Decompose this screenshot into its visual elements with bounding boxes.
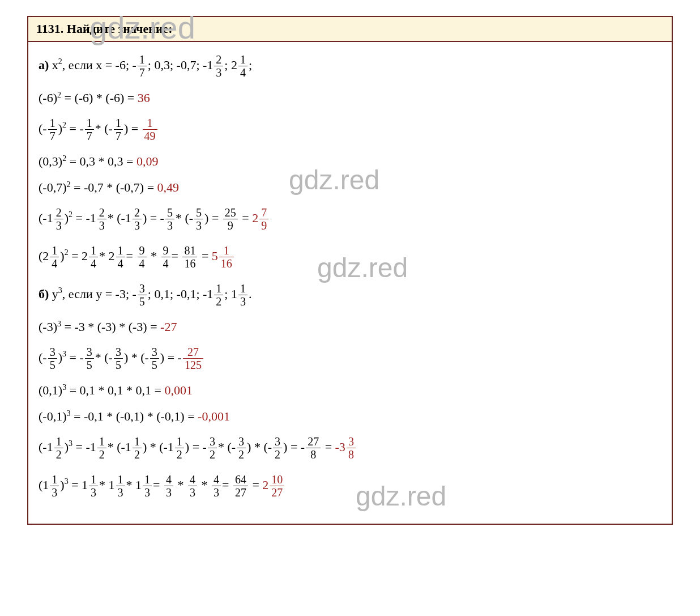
exponent: 3 <box>58 286 62 295</box>
text: ) <box>65 440 69 454</box>
fraction: 32 <box>273 435 282 461</box>
text: * 2 <box>99 249 115 263</box>
text: ) = - <box>185 440 207 454</box>
fraction: 94 <box>161 244 170 270</box>
numerator: 1 <box>143 117 157 130</box>
answer: 0,09 <box>136 155 159 169</box>
text: (- <box>39 350 47 364</box>
numerator: 7 <box>259 206 268 219</box>
text: = <box>249 478 259 492</box>
fraction: 35 <box>85 346 94 371</box>
numerator: 1 <box>116 244 125 257</box>
text: x <box>49 58 58 72</box>
exponent: 3 <box>69 439 72 448</box>
fraction: 53 <box>165 206 174 232</box>
text: * (- <box>176 211 193 225</box>
part-a-label: а) <box>39 58 49 72</box>
fraction: 12 <box>214 282 223 308</box>
numerator: 9 <box>161 244 170 257</box>
fraction: 23 <box>133 206 142 232</box>
numerator: 3 <box>273 435 282 448</box>
text: ) * (- <box>124 350 149 364</box>
numerator: 9 <box>138 244 147 257</box>
text: = <box>239 211 249 225</box>
text: , если y = -3; - <box>62 287 136 301</box>
text: ) <box>60 478 64 492</box>
fraction: 8116 <box>182 244 197 270</box>
denominator: 4 <box>238 66 247 79</box>
numerator: 3 <box>85 346 94 359</box>
text: ) <box>58 350 62 364</box>
denominator: 3 <box>97 219 106 232</box>
denominator: 3 <box>164 486 173 499</box>
answer-int: 2 <box>249 211 259 225</box>
problem-header: 1131. Найдите значение: <box>28 17 672 42</box>
numerator: 1 <box>175 435 184 448</box>
fraction: 12 <box>133 435 142 461</box>
denominator: 2 <box>273 448 282 461</box>
fraction: 12 <box>97 435 106 461</box>
denominator: 7 <box>48 130 57 142</box>
answer: -27 <box>160 320 177 334</box>
exponent: 2 <box>58 57 62 66</box>
numerator: 27 <box>183 346 203 359</box>
text: (-0,1) <box>39 409 66 423</box>
denominator: 2 <box>214 295 223 308</box>
denominator: 3 <box>50 486 59 499</box>
text: ) = - <box>143 211 164 225</box>
exponent: 2 <box>62 121 66 130</box>
denominator: 4 <box>116 257 125 270</box>
fraction: 12 <box>54 435 63 461</box>
text: ) <box>65 211 69 225</box>
text: * (- <box>218 440 236 454</box>
numerator: 3 <box>114 346 123 359</box>
denominator: 3 <box>194 219 203 232</box>
text: = -0,7 * (-0,7) = <box>70 180 157 194</box>
text: * 1 <box>99 478 115 492</box>
numerator: 5 <box>165 206 174 219</box>
denominator: 27 <box>270 486 284 499</box>
answer-int: -3 <box>332 440 345 454</box>
answer: 0,49 <box>157 180 180 194</box>
numerator: 1 <box>97 435 106 448</box>
numerator: 1 <box>138 53 147 66</box>
text: (0,1) <box>39 384 62 398</box>
fraction: 23 <box>97 206 106 232</box>
fraction: 17 <box>114 117 123 142</box>
answer: -0,001 <box>198 409 230 423</box>
fraction: 32 <box>208 435 217 461</box>
text: ) = <box>204 211 222 225</box>
exponent: 2 <box>69 210 72 219</box>
denominator: 4 <box>89 257 98 270</box>
fraction: 13 <box>89 473 98 499</box>
denominator: 2 <box>133 448 142 461</box>
text: ; 0,3; -0,7; -1 <box>148 58 214 72</box>
fraction: 14 <box>89 244 98 270</box>
numerator: 2 <box>97 206 106 219</box>
text: = <box>198 249 208 263</box>
numerator: 1 <box>114 117 123 130</box>
text: * (-1 <box>108 440 131 454</box>
part-b-label: б) <box>39 287 49 301</box>
part-b-prompt: б) y3, если y = -3; -35; 0,1; -0,1; -112… <box>39 282 661 308</box>
numerator: 1 <box>116 473 125 486</box>
text: = -3 * (-3) * (-3) = <box>61 320 160 334</box>
denominator: 27 <box>233 486 248 499</box>
numerator: 27 <box>306 435 321 448</box>
answer-fraction: 1027 <box>270 473 284 499</box>
text: ) = <box>124 121 142 135</box>
numerator: 3 <box>208 435 217 448</box>
fraction: 12 <box>175 435 184 461</box>
text: * (- <box>95 121 113 135</box>
exponent: 3 <box>57 320 61 328</box>
text: (-6) <box>39 91 57 105</box>
text: = <box>172 249 182 263</box>
numerator: 10 <box>270 473 284 486</box>
text: * (- <box>95 350 113 364</box>
denominator: 9 <box>223 219 238 232</box>
part-a-prompt: а) x2, если x = -6; -17; 0,3; -0,7; -123… <box>39 53 661 79</box>
numerator: 3 <box>237 435 246 448</box>
fraction: 13 <box>238 282 247 308</box>
numerator: 4 <box>212 473 221 486</box>
equation-line: (-0,7)2 = -0,7 * (-0,7) = 0,49 <box>39 181 661 194</box>
